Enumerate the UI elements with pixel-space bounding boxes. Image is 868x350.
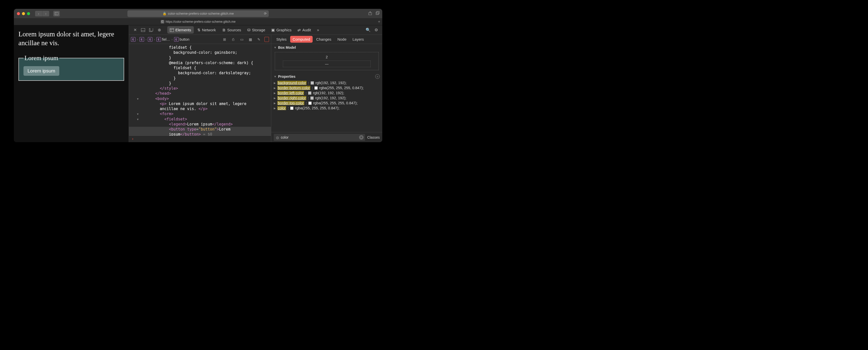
svg-rect-9 — [170, 28, 174, 32]
tab-elements[interactable]: Elements — [167, 26, 194, 34]
tab-audit[interactable]: ⇄Audit — [295, 26, 313, 34]
tab-computed[interactable]: Computed — [290, 36, 313, 43]
box-model-diagram[interactable]: 2 — — [275, 52, 379, 70]
more-tabs-icon[interactable]: » — [314, 27, 321, 34]
sidebar-toggle-icon[interactable] — [53, 11, 60, 17]
box-model-header[interactable]: ▼ Box Model — [271, 44, 382, 51]
breadcrumb-label: fiel… — [162, 37, 170, 41]
browser-window: ‹ › 🔒 color-scheme-prefers-color-scheme.… — [14, 9, 382, 142]
traffic-lights — [17, 12, 30, 15]
breadcrumb-item[interactable]: Ebutton — [174, 37, 189, 42]
dock-side-icon[interactable] — [148, 27, 155, 34]
classes-button[interactable]: Classes — [367, 135, 380, 139]
tab-favicon: C — [161, 20, 164, 24]
devtools-body: E › E › E › Efiel… › Ebutton ⊞ ⎙ ▭ — [129, 35, 382, 142]
svg-rect-8 — [150, 28, 153, 31]
nav-arrows: ‹ › — [35, 11, 49, 17]
settings-icon[interactable]: ⚙ — [373, 27, 380, 34]
target-icon[interactable]: ⊕ — [156, 27, 163, 34]
property-row[interactable]: ▶ color: rgba(255, 255, 255, 0.847); — [274, 106, 380, 111]
page-paragraph: Lorem ipsum dolor sit amet, legere ancil… — [19, 30, 124, 48]
page-legend: Lorem ipsum — [24, 55, 59, 62]
tab-graphics-label: Graphics — [276, 28, 291, 32]
element-badge: E — [140, 37, 144, 42]
url-bar[interactable]: 🔒 color-scheme-prefers-color-scheme.glit… — [127, 10, 269, 17]
breadcrumb-item[interactable]: Efiel… — [156, 37, 170, 42]
close-window-button[interactable] — [17, 12, 20, 15]
properties-header[interactable]: ▼ Properties ≡ — [271, 73, 382, 80]
titlebar-right — [368, 11, 380, 16]
filter-input[interactable] — [274, 134, 365, 141]
breadcrumb-tools: ⊞ ⎙ ▭ ▦ ✎ — [221, 36, 269, 42]
search-icon[interactable]: 🔍 — [365, 27, 372, 34]
tab-sources[interactable]: 🗎Sources — [219, 26, 244, 34]
property-row[interactable]: ▶ border-top-color: rgba(255, 255, 255, … — [274, 100, 380, 106]
tab-elements-label: Elements — [175, 28, 191, 32]
tab-bar: C https://color-scheme-prefers-color-sch… — [14, 18, 382, 25]
devtools-tabbar: ✕ ⊕ Elements ⇅Network 🗎Sources ⛁Storage — [129, 25, 382, 35]
disclosure-triangle-icon: ▼ — [274, 75, 277, 78]
highlight-icon[interactable] — [265, 37, 269, 42]
element-badge: E — [131, 37, 135, 42]
box-model-value: — — [325, 62, 329, 66]
rendered-page: Lorem ipsum dolor sit amet, legere ancil… — [14, 25, 129, 142]
grid-icon[interactable]: ▦ — [247, 36, 253, 42]
box-model-value: 2 — [326, 55, 328, 59]
svg-rect-3 — [376, 12, 378, 14]
tab-layers[interactable]: Layers — [350, 36, 366, 43]
tab-sources-label: Sources — [227, 28, 241, 32]
brush-icon[interactable]: ✎ — [256, 36, 262, 42]
devtools: ✕ ⊕ Elements ⇅Network 🗎Sources ⛁Storage — [129, 25, 382, 142]
url-text: color-scheme-prefers-color-scheme.glitch… — [168, 11, 234, 16]
tab-title[interactable]: https://color-scheme-prefers-color-schem… — [166, 20, 236, 24]
tabs-icon[interactable] — [376, 11, 380, 16]
styles-panel: Styles Computed Changes Node Layers ▼ Bo… — [271, 35, 382, 142]
property-row[interactable]: ▶ border-left-color: rgb(192, 192, 192); — [274, 90, 380, 95]
content-area: Lorem ipsum dolor sit amet, legere ancil… — [14, 25, 382, 142]
chevron-right-icon: › — [146, 38, 147, 41]
tab-storage[interactable]: ⛁Storage — [245, 26, 268, 34]
share-icon[interactable] — [368, 11, 372, 16]
page-button[interactable]: Lorem ipsum — [24, 66, 59, 76]
breadcrumb-item[interactable]: E — [140, 37, 144, 42]
tab-graphics[interactable]: ▣Graphics — [269, 26, 294, 34]
disclosure-triangle-icon: ▼ — [274, 46, 277, 49]
filter-icon[interactable]: ≡ — [375, 74, 380, 79]
filter-row: ⊜ ✕ Classes — [271, 132, 382, 142]
property-row[interactable]: ▶ border-right-color: rgb(192, 192, 192)… — [274, 95, 380, 100]
print-icon[interactable]: ⎙ — [230, 36, 236, 42]
svg-rect-4 — [377, 11, 379, 14]
ruler-icon[interactable]: ⊞ — [221, 36, 227, 42]
close-devtools-icon[interactable]: ✕ — [131, 27, 138, 34]
breadcrumb-item[interactable]: E — [131, 37, 135, 42]
element-badge: E — [148, 37, 152, 42]
tab-styles[interactable]: Styles — [274, 36, 289, 43]
window-icon[interactable]: ▭ — [239, 36, 245, 42]
element-badge: E — [156, 37, 161, 42]
clear-filter-icon[interactable]: ✕ — [359, 135, 364, 140]
dom-tree[interactable]: fieldset { background-color: gainsboro; … — [129, 44, 271, 136]
property-row[interactable]: ▶ background-color: rgb(192, 192, 192); — [274, 80, 380, 85]
page-fieldset: Lorem ipsum Lorem ipsum — [19, 55, 124, 81]
back-button[interactable]: ‹ — [35, 11, 42, 17]
new-tab-button[interactable]: + — [378, 20, 380, 24]
tab-network[interactable]: ⇅Network — [195, 26, 218, 34]
reload-icon[interactable]: ⟳ — [264, 11, 267, 16]
property-row[interactable]: ▶ border-bottom-color: rgba(255, 255, 25… — [274, 85, 380, 90]
breadcrumb-label: button — [180, 37, 189, 41]
chevron-right-icon: › — [137, 38, 138, 41]
box-model-label: Box Model — [278, 46, 296, 50]
forward-button[interactable]: › — [42, 11, 49, 17]
chevron-right-icon: › — [154, 38, 155, 41]
maximize-window-button[interactable] — [27, 12, 30, 15]
tab-changes[interactable]: Changes — [314, 36, 334, 43]
page-form: Lorem ipsum Lorem ipsum — [19, 55, 124, 81]
properties-label: Properties — [278, 75, 296, 79]
breadcrumb-item[interactable]: E — [148, 37, 152, 42]
tab-storage-label: Storage — [252, 28, 266, 32]
console-prompt[interactable]: › — [129, 136, 271, 142]
svg-rect-5 — [141, 28, 145, 32]
minimize-window-button[interactable] — [22, 12, 25, 15]
dock-bottom-icon[interactable] — [140, 27, 147, 34]
tab-node[interactable]: Node — [335, 36, 349, 43]
